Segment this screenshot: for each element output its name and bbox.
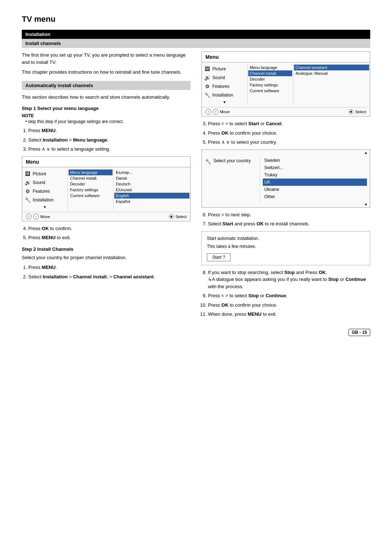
left-arrow-icon-2: ‹ [205, 109, 211, 115]
right-step6: Press > to next step. [208, 211, 370, 218]
step8-indent: ↳A dialogue box appears asking you if yo… [208, 277, 366, 289]
country-scroll-bottom: ▼ [202, 202, 370, 207]
menu2-mid-item4: Factory settings [250, 82, 291, 88]
country-scroll-top: ▲ [202, 150, 370, 155]
menu2-mid-item5: Current software [250, 88, 291, 94]
menu1-right-item2: Dansk [116, 175, 188, 181]
menu1-down-arrow: ▼ [24, 204, 65, 210]
menu2-left-col: 🖼 Picture 🔊 Sound ⚙ Features 🔧 Installat… [204, 65, 248, 105]
menu1-left-col: 🖼 Picture 🔊 Sound ⚙ Features 🔧 Installat… [24, 169, 68, 210]
sound-icon: 🔊 [24, 179, 31, 186]
country-other: Other [263, 193, 367, 200]
right-step8: If you want to stop searching, select St… [208, 269, 370, 290]
menu-box-2: Menu 🖼 Picture 🔊 Sound ⚙ Features [201, 52, 370, 116]
country-box: ▲ 🔧 Select your country Sweden Switzerl.… [201, 150, 370, 208]
menu1-installation: 🔧 Installation [24, 196, 65, 204]
right-step9: Press < > to select Stop or Continue. [208, 292, 370, 299]
menu1-right-item6: Español [116, 199, 188, 204]
step2-list: Press MENU. Select Installation > Channe… [22, 264, 191, 280]
step2-item2: Select Installation > Channel install. >… [28, 273, 191, 281]
menu-box-2-title: Menu [202, 52, 370, 62]
features-icon-2: ⚙ [204, 83, 211, 90]
menu2-down-arrow: ▼ [204, 99, 245, 105]
menu1-sound: 🔊 Sound [24, 178, 65, 187]
step1-list: Press MENU. Select Installation > Menu l… [22, 127, 191, 153]
start-line1: Start automatic installation. [207, 235, 365, 242]
installation-icon: 🔧 [24, 197, 31, 203]
menu1-right-item4: Ελληνικά [116, 187, 188, 193]
bottom-page: GB - 15 [22, 329, 370, 336]
sound-icon-2: 🔊 [204, 74, 211, 81]
menu1-mid-item4: Factory settings [70, 187, 111, 193]
page-number-badge: GB - 15 [348, 329, 370, 336]
right-arrow-icon-2: › [213, 109, 219, 115]
menu1-right-item5: English [114, 193, 189, 199]
right-steps-mid: Press > to next step. Select Start and p… [201, 211, 370, 228]
move-label-2: Move [220, 110, 230, 114]
country-trukey: Trukey [263, 171, 367, 179]
menu2-right-col: Channel assistant Analogue: Manual [295, 65, 368, 105]
menu1-right-item3: Deutsch [116, 181, 188, 187]
page-title: TV menu [22, 15, 370, 24]
menu1-mid-item2: Channel install. [70, 175, 111, 181]
step1-item2: Select Installation > Menu language. [28, 136, 191, 144]
subsection-bar-label: Install channels [25, 41, 61, 46]
step1-item3: Press ∧ ∨ to select a language setting. [28, 146, 191, 153]
menu2-mid-item2: Channel install. [248, 70, 292, 76]
menu1-footer-move: ‹ › Move [26, 214, 50, 220]
start-button[interactable]: Start ? [207, 253, 230, 261]
menu1-mid-item5: Current software [70, 193, 111, 199]
menu2-installation: 🔧 Installation [204, 91, 245, 99]
menu2-right-item2: Analogue: Manual [295, 70, 368, 76]
right-column: Menu 🖼 Picture 🔊 Sound ⚙ Features [201, 52, 370, 322]
menu1-mid-col: Menu language Channel install. Decoder F… [70, 169, 114, 210]
right-arrow-icon: › [33, 214, 39, 220]
page-number: GB - 15 [352, 330, 367, 335]
select-label-2: Select [355, 110, 366, 114]
picture-icon: 🖼 [24, 171, 31, 177]
section-bar: Installation [22, 30, 370, 39]
step1-heading: Step 1 Select your menu language [22, 106, 191, 111]
menu2-picture: 🖼 Picture [204, 65, 245, 73]
menu2-right-item1: Channel assistant [294, 65, 369, 70]
country-uk: UK [263, 179, 367, 186]
intro-text-2: This chapter provides instructions on ho… [22, 69, 191, 76]
step2-desc: Select your country for proper channel i… [22, 254, 191, 261]
menu1-features: ⚙ Features [24, 187, 65, 196]
right-step10: Press OK to confirm your choice. [208, 302, 370, 309]
menu1-footer-select: Select [169, 214, 187, 220]
installation-icon-2: 🔧 [204, 92, 211, 98]
country-icon: 🔧 [205, 158, 211, 165]
menu2-mid-item3: Decoder [250, 76, 291, 82]
select-dot-icon-2 [348, 109, 354, 114]
menu1-mid-item1: Menu language [69, 169, 113, 175]
right-step4: Press OK to confirm your choice. [208, 130, 370, 137]
select-label: Select [175, 214, 187, 219]
menu1-mid-item3: Decoder [70, 181, 111, 187]
picture-icon-2: 🖼 [204, 66, 211, 72]
country-label-area: 🔧 Select your country [202, 155, 260, 202]
menu2-footer-move: ‹ › Move [205, 109, 230, 115]
note-label: NOTE [22, 113, 191, 118]
menu-box-1-title: Menu [22, 157, 190, 167]
menu-box-1: Menu 🖼 Picture 🔊 Sound ⚙ Features [22, 156, 191, 221]
intro-text-1: The first time you set up your TV, you a… [22, 52, 191, 66]
move-label: Move [40, 214, 50, 219]
menu2-features: ⚙ Features [204, 82, 245, 91]
menu2-sound: 🔊 Sound [204, 73, 245, 82]
country-ukraine: Ukraine [263, 186, 367, 193]
step2-item1: Press MENU. [28, 264, 191, 271]
country-sweden: Sweden [263, 157, 367, 164]
menu2-footer: ‹ › Move Select [202, 107, 370, 116]
menu2-mid-col: Menu language Channel install. Decoder F… [250, 65, 293, 105]
menu1-footer: ‹ › Move Select [22, 212, 190, 221]
right-step11: When done, press MENU to exit. [208, 311, 370, 318]
start-box: Start automatic installation. This takes… [201, 231, 370, 265]
step1-item4: Press OK to confirm. [28, 225, 191, 232]
right-steps-top: Press < > to select Start or Cancel. Pre… [201, 120, 370, 146]
step1-item5: Press MENU to exit. [28, 234, 191, 241]
step2-heading: Step 2 Install Channels [22, 246, 191, 252]
auto-install-desc: This section describes how to search and… [22, 94, 191, 101]
right-step3: Press < > to select Start or Cancel. [208, 120, 370, 127]
auto-install-heading: Automatically install channels [22, 81, 191, 90]
